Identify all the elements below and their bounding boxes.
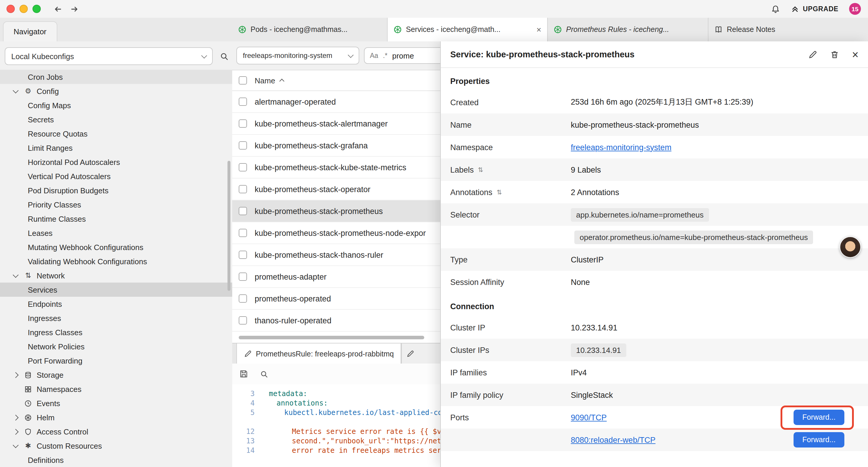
row-checkbox[interactable] [239, 163, 247, 171]
sidebar-item-port-forwarding[interactable]: Port Forwarding [0, 353, 232, 368]
namespace-link[interactable]: freeleaps-monitoring-system [571, 143, 672, 152]
tab-prometheus-rules-icecheng[interactable]: Prometheus Rules - icecheng... [548, 18, 709, 41]
tree-chevron-expanded-icon[interactable] [12, 273, 20, 278]
sidebar-item-helm[interactable]: Helm [0, 410, 232, 425]
window-zoom-button[interactable] [32, 5, 41, 13]
table-row-kube-prometheus-stack-prometheus-node-ex[interactable]: kube-prometheus-stack-prometheus-node-ex… [232, 222, 440, 244]
sidebar-item-network[interactable]: ⇅Network [0, 268, 232, 283]
tab-services-icecheng-math[interactable]: Services - icecheng@math...× [388, 18, 548, 41]
sidebar-item-definitions[interactable]: Definitions [0, 453, 232, 467]
table-row-thanos-ruler-operated[interactable]: thanos-ruler-operated [232, 310, 440, 332]
row-checkbox[interactable] [239, 97, 247, 106]
back-button[interactable] [54, 4, 63, 13]
sidebar-item-custom-resources[interactable]: ✱Custom Resources [0, 439, 232, 453]
sidebar-item-storage[interactable]: Storage [0, 368, 232, 382]
tab-release-notes[interactable]: Release Notes [709, 18, 868, 41]
kubeconfig-selector[interactable]: Local Kubeconfigs [5, 47, 213, 65]
sidebar-item-limit-ranges[interactable]: Limit Ranges [0, 141, 232, 155]
close-icon[interactable]: × [852, 49, 859, 60]
match-case-toggle[interactable]: Aa [370, 52, 378, 59]
close-tab-icon[interactable]: × [533, 25, 541, 34]
horizontal-scrollbar[interactable] [239, 336, 424, 339]
table-row-prometheus-adapter[interactable]: prometheus-adapter [232, 266, 440, 288]
tree-chevron-expanded-icon[interactable] [12, 89, 20, 93]
sidebar-item-label: Events [37, 399, 60, 408]
sidebar-item-endpoints[interactable]: Endpoints [0, 297, 232, 311]
table-row-kube-prometheus-stack-grafana[interactable]: kube-prometheus-stack-grafana [232, 135, 440, 157]
sidebar-item-config[interactable]: ⚙Config [0, 84, 232, 98]
sidebar-item-namespaces[interactable]: Namespaces [0, 382, 232, 396]
sidebar-item-ingresses[interactable]: Ingresses [0, 311, 232, 325]
sidebar-item-config-maps[interactable]: Config Maps [0, 98, 232, 112]
window-minimize-button[interactable] [20, 5, 28, 13]
row-checkbox[interactable] [239, 316, 247, 324]
table-row-kube-prometheus-stack-prometheus[interactable]: kube-prometheus-stack-prometheus [232, 200, 440, 222]
port-link[interactable]: 8080:reloader-web/TCP [571, 435, 656, 444]
sidebar-item-secrets[interactable]: Secrets [0, 112, 232, 126]
row-checkbox[interactable] [239, 251, 247, 259]
tree-chevron-collapsed-icon[interactable] [12, 373, 20, 377]
row-checkbox[interactable] [239, 229, 247, 237]
sidebar-item-network-policies[interactable]: Network Policies [0, 339, 232, 353]
editor-search-icon[interactable] [260, 370, 268, 378]
forward-button[interactable]: Forward... [794, 432, 844, 447]
row-checkbox[interactable] [239, 141, 247, 150]
sidebar-item-priority-classes[interactable]: Priority Classes [0, 198, 232, 212]
table-row-kube-prometheus-stack-thanos-ruler[interactable]: kube-prometheus-stack-thanos-ruler [232, 244, 440, 266]
table-row-kube-prometheus-stack-alertmanager[interactable]: kube-prometheus-stack-alertmanager [232, 113, 440, 135]
sidebar-item-pod-disruption-budgets[interactable]: Pod Disruption Budgets [0, 183, 232, 198]
table-row-kube-prometheus-stack-kube-state-metrics[interactable]: kube-prometheus-stack-kube-state-metrics [232, 157, 440, 178]
name-column-header[interactable]: Name [255, 76, 283, 85]
property-label: Created [450, 98, 571, 107]
sidebar-item-runtime-classes[interactable]: Runtime Classes [0, 212, 232, 226]
yaml-editor[interactable]: 3metadata:4annotations:5kubectl.kubernet… [232, 384, 440, 467]
edit-pencil-icon[interactable] [808, 50, 817, 59]
sidebar-item-cron-jobs[interactable]: Cron Jobs [0, 70, 232, 84]
tree-chevron-collapsed-icon[interactable] [12, 415, 20, 419]
expand-toggle-icon[interactable]: ⇅ [478, 167, 483, 173]
expand-toggle-icon[interactable]: ⇅ [497, 189, 502, 195]
window-close-button[interactable] [6, 5, 15, 13]
select-all-checkbox[interactable] [239, 76, 247, 85]
editor-tab-partial[interactable] [402, 344, 440, 364]
resource-name: kube-prometheus-stack-kube-state-metrics [255, 163, 406, 172]
forward-button[interactable] [70, 4, 79, 13]
table-row-alertmanager-operated[interactable]: alertmanager-operated [232, 91, 440, 113]
sidebar-item-horizontal-pod-autoscalers[interactable]: Horizontal Pod Autoscalers [0, 155, 232, 169]
row-checkbox[interactable] [239, 207, 247, 215]
tree-chevron-expanded-icon[interactable] [12, 444, 20, 448]
sidebar-item-leases[interactable]: Leases [0, 226, 232, 240]
sidebar-item-services[interactable]: Services [0, 283, 232, 297]
forward-button[interactable]: Forward... [794, 410, 844, 425]
sidebar-item-vertical-pod-autoscalers[interactable]: Vertical Pod Autoscalers [0, 169, 232, 183]
row-checkbox[interactable] [239, 272, 247, 281]
row-checkbox[interactable] [239, 119, 247, 128]
navigator-panel-tab[interactable]: Navigator [3, 21, 57, 41]
sidebar-item-validating-webhook-configurations[interactable]: Validating Webhook Configurations [0, 254, 232, 268]
save-icon[interactable] [239, 370, 248, 378]
sidebar-item-access-control[interactable]: Access Control [0, 425, 232, 439]
row-checkbox[interactable] [239, 294, 247, 303]
sidebar-item-events[interactable]: Events [0, 396, 232, 410]
value-chip: operator.prometheus.io/name=kube-prometh… [574, 230, 813, 244]
upgrade-button[interactable]: UPGRADE [790, 4, 838, 13]
sidebar-scrollbar[interactable] [227, 161, 230, 291]
tree-chevron-collapsed-icon[interactable] [12, 430, 20, 434]
sidebar-item-resource-quotas[interactable]: Resource Quotas [0, 126, 232, 141]
regex-toggle[interactable]: .* [383, 52, 387, 59]
notifications-bell-icon[interactable] [771, 4, 780, 13]
table-row-kube-prometheus-stack-operator[interactable]: kube-prometheus-stack-operator [232, 178, 440, 200]
sidebar-item-ingress-classes[interactable]: Ingress Classes [0, 325, 232, 339]
tab-pods-icecheng-mathmas[interactable]: Pods - icecheng@mathmas... [232, 18, 388, 41]
row-checkbox[interactable] [239, 185, 247, 193]
assistant-avatar[interactable] [840, 236, 861, 258]
delete-trash-icon[interactable] [830, 50, 839, 59]
editor-tab-prometheusrule[interactable]: PrometheusRule: freeleaps-prod-rabbitmq [236, 344, 402, 364]
notification-count-badge[interactable]: 15 [849, 3, 861, 15]
property-label: Namespace [450, 143, 571, 152]
port-link[interactable]: 9090/TCP [571, 413, 607, 422]
table-row-prometheus-operated[interactable]: prometheus-operated [232, 288, 440, 310]
namespace-filter-selector[interactable]: freeleaps-monitoring-system [236, 47, 359, 64]
sidebar-item-mutating-webhook-configurations[interactable]: Mutating Webhook Configurations [0, 240, 232, 254]
sidebar-search-button[interactable] [220, 52, 229, 61]
